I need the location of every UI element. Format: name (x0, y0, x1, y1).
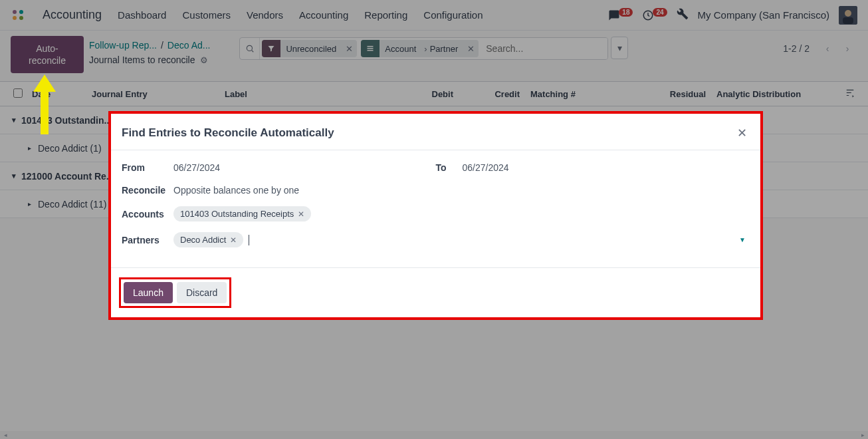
reconcile-value[interactable]: Opposite balances one by one (173, 185, 299, 196)
partners-label: Partners (122, 235, 173, 245)
accounts-label: Accounts (122, 209, 173, 220)
partners-tag: Deco Addict ✕ (173, 232, 243, 247)
reconcile-label: Reconcile (122, 185, 173, 196)
partners-tag-remove[interactable]: ✕ (230, 235, 237, 245)
footer-highlight: Launch Discard (119, 277, 231, 308)
accounts-tag-remove[interactable]: ✕ (298, 210, 304, 219)
partners-input-cursor[interactable] (249, 235, 249, 245)
to-value[interactable]: 06/27/2024 (463, 162, 509, 173)
discard-button[interactable]: Discard (177, 282, 227, 303)
from-label: From (122, 162, 173, 173)
modal-header: Find Entries to Reconcile Automatically … (111, 114, 760, 150)
modal-body: From 06/27/2024 To 06/27/2024 Reconcile … (111, 150, 760, 267)
close-icon[interactable]: ✕ (737, 126, 747, 140)
partners-dropdown-caret-icon[interactable]: ▼ (739, 236, 746, 243)
from-value[interactable]: 06/27/2024 (173, 162, 220, 173)
accounts-tag-text: 101403 Outstanding Receipts (180, 209, 294, 219)
launch-button[interactable]: Launch (124, 282, 173, 303)
to-label: To (436, 162, 463, 173)
accounts-tag: 101403 Outstanding Receipts ✕ (173, 206, 311, 221)
modal-title: Find Entries to Reconcile Automatically (122, 126, 334, 140)
modal-footer: Launch Discard (111, 267, 760, 317)
reconcile-modal: Find Entries to Reconcile Automatically … (108, 111, 763, 320)
partners-tag-text: Deco Addict (180, 235, 226, 245)
